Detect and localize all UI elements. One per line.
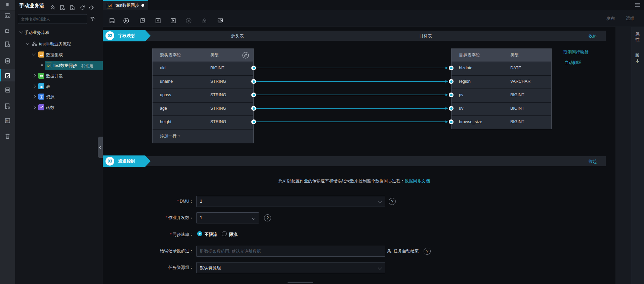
- source-port[interactable]: [251, 119, 256, 124]
- tree-item-tables[interactable]: 表: [15, 82, 103, 91]
- radio-no-limit[interactable]: [197, 231, 202, 236]
- hamburger-menu-icon[interactable]: [635, 3, 641, 7]
- target-port[interactable]: [449, 106, 454, 111]
- chevron-down-icon[interactable]: [26, 41, 29, 45]
- tree-item-resources[interactable]: 资源: [15, 92, 103, 101]
- mapping-connector-line: [254, 121, 446, 122]
- clipboard-icon[interactable]: [4, 58, 11, 64]
- sync-doc-link[interactable]: 数据同步文档: [405, 179, 430, 183]
- doc-search-icon[interactable]: [4, 41, 11, 47]
- tab-test-data-sync[interactable]: Di test数据同步: [103, 0, 148, 10]
- target-port[interactable]: [449, 93, 454, 97]
- run-with-params-icon[interactable]: [139, 17, 145, 24]
- chevron-right-icon[interactable]: [32, 105, 36, 109]
- function-icon: fx: [38, 104, 44, 110]
- tree-item-test-workflow[interactable]: test手动业务流程: [15, 39, 103, 48]
- collapse-link[interactable]: 收起: [589, 33, 597, 39]
- source-field-table: 源头表字段 类型 uid BIGINT uname STRING upass S…: [152, 48, 254, 143]
- function-icon[interactable]: fx: [4, 117, 11, 124]
- radio-limit[interactable]: [222, 231, 227, 236]
- source-row-height[interactable]: height STRING: [153, 115, 253, 129]
- target-field-table: 目标表字段 类型 bizdate DATE region VARCHAR pv …: [451, 48, 552, 129]
- smoke-test-icon[interactable]: [170, 17, 176, 24]
- field-type: BIGINT: [510, 119, 524, 124]
- add-row-button[interactable]: 添加一行 +: [153, 129, 253, 143]
- mapping-connector-line: [254, 95, 446, 95]
- source-port[interactable]: [251, 79, 256, 84]
- source-row-uid[interactable]: uid BIGINT: [153, 62, 253, 75]
- right-tab-rail: 属性 版本: [631, 27, 644, 284]
- doc-gear-icon[interactable]: [4, 103, 11, 109]
- tree-item-data-integration[interactable]: 数据集成: [15, 50, 103, 59]
- terminal-icon[interactable]: [4, 12, 11, 19]
- checklist-icon-active[interactable]: [4, 72, 11, 79]
- dmu-value: 1: [200, 199, 202, 204]
- submit-icon[interactable]: [155, 17, 161, 24]
- chevron-down-icon[interactable]: [19, 30, 23, 33]
- trash-icon[interactable]: [4, 133, 11, 139]
- target-port[interactable]: [449, 66, 454, 70]
- tree-item-workflow-root[interactable]: 手动业务流程: [15, 28, 103, 37]
- tab-properties[interactable]: 属性: [635, 31, 640, 42]
- tree-item-data-dev[interactable]: 数据开发: [15, 71, 103, 80]
- chevron-right-icon[interactable]: [32, 74, 36, 77]
- doc-search-icon[interactable]: [59, 5, 65, 10]
- auto-layout-link[interactable]: 自动排版: [564, 60, 581, 66]
- field-name: age: [160, 106, 167, 111]
- new-file-icon[interactable]: [70, 5, 75, 10]
- hash-icon[interactable]: [4, 87, 11, 93]
- search-input[interactable]: [18, 14, 87, 24]
- plugin-icon[interactable]: [4, 27, 11, 33]
- member-icon[interactable]: [50, 5, 56, 10]
- save-icon[interactable]: [109, 17, 115, 24]
- tree-item-test-sync[interactable]: Di test数据同步 我锁定: [15, 61, 103, 70]
- field-type: STRING: [210, 79, 226, 84]
- source-port[interactable]: [251, 106, 256, 111]
- source-port[interactable]: [251, 66, 256, 70]
- filter-icon[interactable]: [90, 16, 96, 22]
- target-row-region[interactable]: region VARCHAR: [452, 75, 551, 88]
- collapse-link[interactable]: 收起: [589, 159, 597, 165]
- required-mark: *: [170, 232, 172, 237]
- di-node-icon: Di: [46, 63, 52, 68]
- horizontal-scrollbar-thumb[interactable]: [288, 282, 313, 283]
- cancel-row-mapping-link[interactable]: 取消同行映射: [563, 49, 589, 55]
- error-limit-help-icon[interactable]: ?: [424, 248, 431, 255]
- dmu-select[interactable]: 1: [196, 196, 385, 207]
- target-row-bizdate[interactable]: bizdate DATE: [452, 62, 551, 75]
- radio-no-limit-label[interactable]: 不限流: [205, 232, 217, 238]
- target-port[interactable]: [449, 79, 454, 84]
- run-icon[interactable]: [123, 17, 129, 24]
- source-row-uname[interactable]: uname STRING: [153, 75, 253, 88]
- chevron-down-icon[interactable]: [32, 52, 36, 56]
- ops-button[interactable]: 运维: [626, 16, 634, 22]
- error-limit-input[interactable]: [196, 246, 385, 257]
- locate-icon[interactable]: [88, 5, 94, 10]
- concurrency-help-icon[interactable]: ?: [264, 214, 271, 221]
- source-port[interactable]: [251, 93, 256, 97]
- concurrency-select[interactable]: 1: [196, 212, 259, 223]
- chevron-right-icon[interactable]: [32, 84, 36, 88]
- edit-fields-icon[interactable]: [242, 51, 249, 59]
- panel-toggle-icon[interactable]: [4, 1, 11, 8]
- code-view-icon[interactable]: [217, 17, 223, 24]
- sidebar-title: 手动业务流: [19, 3, 44, 9]
- resource-group-select[interactable]: 默认资源组: [196, 262, 385, 273]
- dmu-help-icon[interactable]: ?: [389, 198, 396, 205]
- target-row-uv[interactable]: uv BIGINT: [452, 102, 551, 115]
- target-port[interactable]: [449, 119, 454, 124]
- radio-limit-label[interactable]: 限流: [229, 232, 238, 238]
- source-row-age[interactable]: age STRING: [153, 102, 253, 115]
- publish-button[interactable]: 发布: [606, 16, 615, 22]
- target-row-browse-size[interactable]: browse_size BIGINT: [452, 115, 551, 129]
- lock-icon[interactable]: [201, 17, 208, 24]
- source-row-upass[interactable]: upass STRING: [153, 88, 253, 102]
- chevron-right-icon[interactable]: [32, 95, 36, 98]
- tab-versions[interactable]: 版本: [635, 52, 640, 64]
- tree-item-functions[interactable]: fx 函数: [15, 103, 103, 112]
- chevron-down-icon: [252, 216, 255, 220]
- refresh-icon[interactable]: [80, 5, 85, 10]
- stop-icon[interactable]: [185, 17, 192, 24]
- sidebar-collapse-handle[interactable]: [98, 137, 103, 158]
- target-row-pv[interactable]: pv BIGINT: [452, 88, 551, 102]
